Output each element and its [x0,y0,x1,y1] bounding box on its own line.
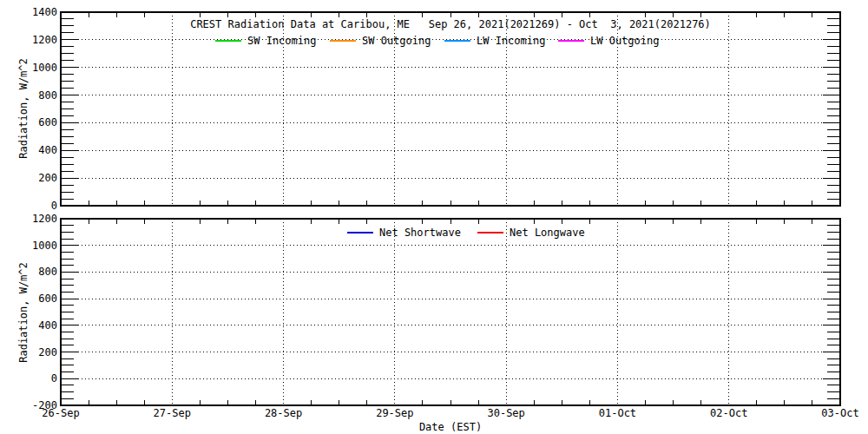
y-tick-label: 1200 [0,213,57,225]
y-tick-label: 200 [0,346,57,358]
y-tick-label: 1000 [0,240,57,252]
legend-line-swatch [444,40,470,42]
legend-item-net-longwave: Net Longwave [477,227,585,239]
x-tick-label: 28-Sep [265,407,302,419]
y-tick-label: 800 [0,89,57,102]
y-axis-label-bottom: Radiation, W/m^2 [17,243,30,382]
legend-line-swatch [347,232,373,233]
x-tick-label: 02-Oct [710,407,747,419]
legend-item-sw-incoming: SW Incoming [215,35,316,47]
plot-box-bottom [61,219,840,405]
x-tick-label: 27-Sep [154,407,191,419]
y-tick-label: 1400 [0,6,57,18]
y-tick-label: 600 [0,293,57,305]
y-tick-label: 1200 [0,34,57,46]
x-tick-label: 26-Sep [42,407,79,419]
x-tick-label: 30-Sep [487,407,524,419]
y-tick-label: 400 [0,319,57,332]
legend-line-swatch [330,40,356,42]
legend-label: SW Incoming [247,35,316,47]
legend-label: SW Outgoing [362,35,431,47]
y-tick-label: 0 [0,372,57,385]
x-tick-label: 01-Oct [599,407,636,419]
y-tick-label: 800 [0,266,57,278]
legend-item-sw-outgoing: SW Outgoing [330,35,431,47]
x-tick-label: 29-Sep [376,407,413,419]
legend-label: Net Shortwave [379,227,461,239]
legend-line-swatch [477,232,503,233]
y-axis-label-top: Radiation, W/m^2 [17,39,30,178]
y-tick-label: 400 [0,144,57,156]
y-tick-label: 200 [0,172,57,184]
y-tick-label: 1000 [0,62,57,74]
x-tick-label: 03-Oct [821,407,858,419]
legend-label: Net Longwave [510,227,585,239]
legend-item-lw-outgoing: LW Outgoing [558,35,659,47]
legend-line-swatch [215,40,241,42]
plot-canvas [0,0,868,434]
y-tick-label: 0 [0,200,57,212]
legend-label: LW Outgoing [590,35,659,47]
legend-item-lw-incoming: LW Incoming [444,35,545,47]
y-tick-label: 600 [0,116,57,128]
radiation-chart-figure: CREST Radiation Data at Caribou, ME Sep … [0,0,868,434]
legend-line-swatch [558,40,584,42]
legend-label: LW Incoming [477,35,545,47]
x-axis-label: Date (EST) [419,421,482,433]
legend-item-net-shortwave: Net Shortwave [347,227,461,239]
chart-title: CREST Radiation Data at Caribou, ME Sep … [190,18,711,30]
